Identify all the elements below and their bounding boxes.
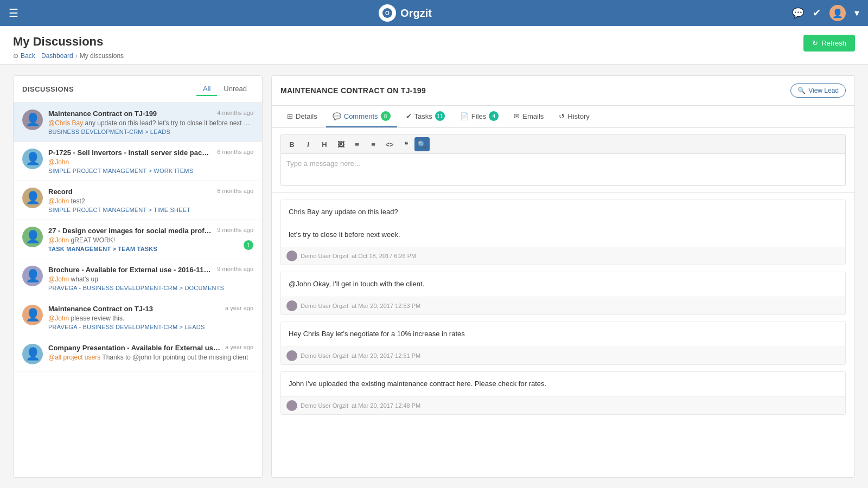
discussion-body: Maintenance Contract on TJ-199 4 months … xyxy=(48,110,253,135)
tab-details[interactable]: ⊞ Details xyxy=(280,107,324,127)
discussion-path: PRAVEGA - BUSINESS DEVELOPMENT-CRM > LEA… xyxy=(48,324,253,330)
tasks-count-badge: 11 xyxy=(435,111,445,121)
discussion-path: BUSINESS DEVELOPMENT-CRM > LEADS xyxy=(48,129,253,135)
discussion-preview: @John xyxy=(48,158,253,166)
email-icon: ✉ xyxy=(514,112,520,120)
editor-placeholder: Type a message here... xyxy=(286,159,360,168)
file-icon: 📄 xyxy=(460,112,469,120)
tasks-icon[interactable]: ✔ xyxy=(813,7,821,19)
hamburger-menu[interactable]: ☰ xyxy=(9,7,18,20)
mention: @John xyxy=(48,158,69,166)
discussion-time: 9 months ago xyxy=(217,227,253,233)
detail-panel: MAINTENANCE CONTRACT ON TJ-199 🔍 View Le… xyxy=(271,75,855,478)
top-navigation: ☰ O Orgzit 💬 ✔ 👤 ▾ xyxy=(0,0,868,26)
image-button[interactable]: 🖼 xyxy=(333,137,348,151)
files-count-badge: 4 xyxy=(489,111,499,121)
message-timestamp: at Mar 20, 2017 12:48 PM xyxy=(352,402,420,409)
unread-badge: 1 xyxy=(244,240,253,250)
message-avatar xyxy=(286,400,297,411)
search-button[interactable]: 🔍 xyxy=(414,137,430,151)
message-author: Demo User Orgzit xyxy=(301,402,348,409)
message-input[interactable]: Type a message here... xyxy=(280,153,846,186)
mention: @John xyxy=(48,197,69,205)
page-title: My Discussions xyxy=(13,35,124,49)
history-icon: ↺ xyxy=(559,112,565,120)
message-author: Demo User Orgzit xyxy=(301,253,348,259)
avatar: 👤 xyxy=(22,149,43,169)
list-item[interactable]: 👤 Maintenance Contract on TJ-199 4 month… xyxy=(14,103,262,142)
discussion-body: Maintenance Contract on TJ-13 a year ago… xyxy=(48,305,253,330)
heading-button[interactable]: H xyxy=(317,137,332,151)
list-item[interactable]: 👤 Record 8 months ago @John test2 SIMPLE… xyxy=(14,181,262,220)
discussion-body: 27 - Design cover images for social medi… xyxy=(48,227,253,252)
user-avatar[interactable]: 👤 xyxy=(829,5,846,21)
view-lead-button[interactable]: 🔍 View Lead xyxy=(790,84,846,98)
comments-count-badge: 8 xyxy=(381,111,391,121)
discussion-path: TASK MANAGEMENT > TEAM TASKS xyxy=(48,246,253,252)
discussions-title: DISCUSSIONS xyxy=(22,85,74,93)
discussion-body: Record 8 months ago @John test2 SIMPLE P… xyxy=(48,188,253,213)
tab-history[interactable]: ↺ History xyxy=(552,107,596,127)
refresh-icon: ↻ xyxy=(812,39,818,47)
main-content: DISCUSSIONS All Unread 👤 Maintenance Con… xyxy=(0,65,868,488)
comment-icon: 💬 xyxy=(333,112,341,120)
tab-emails[interactable]: ✉ Emails xyxy=(507,107,550,127)
list-item[interactable]: 👤 P-1725 - Sell Invertors - Install serv… xyxy=(14,142,262,181)
bold-button[interactable]: B xyxy=(284,137,299,151)
list-item[interactable]: 👤 Brochure - Available for External use … xyxy=(14,259,262,298)
list-item[interactable]: 👤 Company Presentation - Available for E… xyxy=(14,337,262,371)
message-timestamp: at Mar 20, 2017 12:51 PM xyxy=(352,352,420,359)
mention: @John xyxy=(48,275,69,283)
mention: @Chris Bay xyxy=(48,119,83,127)
message-text: Chris Bay any update on this lead? let's… xyxy=(281,200,845,247)
message-text: @John Okay, I'll get in touch with the c… xyxy=(281,272,845,297)
discussion-time: 4 months ago xyxy=(217,110,253,116)
unordered-list-button[interactable]: ≡ xyxy=(366,137,381,151)
tab-unread[interactable]: Unread xyxy=(217,82,253,96)
discussion-time: a year ago xyxy=(225,344,253,350)
discussion-body: Company Presentation - Available for Ext… xyxy=(48,344,253,364)
discussion-preview: @John gREAT WORK! xyxy=(48,236,253,244)
chat-icon[interactable]: 💬 xyxy=(792,7,804,19)
breadcrumb-dashboard[interactable]: Dashboard xyxy=(41,52,73,60)
app-logo-area: O Orgzit xyxy=(379,4,432,22)
discussion-preview: @Chris Bay any update on this lead? let'… xyxy=(48,119,253,127)
list-item[interactable]: 👤 27 - Design cover images for social me… xyxy=(14,220,262,259)
tab-comments[interactable]: 💬 Comments 8 xyxy=(326,106,397,127)
app-logo: O xyxy=(379,4,396,22)
message-footer: Demo User Orgzit at Mar 20, 2017 12:48 P… xyxy=(281,396,845,414)
discussions-list: 👤 Maintenance Contract on TJ-199 4 month… xyxy=(14,103,262,477)
avatar: 👤 xyxy=(22,188,43,208)
detail-title: MAINTENANCE CONTRACT ON TJ-199 xyxy=(280,86,426,95)
code-button[interactable]: <> xyxy=(382,137,397,151)
discussion-preview: @John please review this. xyxy=(48,314,253,322)
discussion-time: 9 months ago xyxy=(217,266,253,272)
tab-tasks[interactable]: ✔ Tasks 11 xyxy=(399,106,451,127)
refresh-button[interactable]: ↻ Refresh xyxy=(803,35,855,52)
message-block: Chris Bay any update on this lead? let's… xyxy=(280,200,846,265)
quote-button[interactable]: ❝ xyxy=(398,137,413,151)
avatar: 👤 xyxy=(22,266,43,286)
message-footer: Demo User Orgzit at Mar 20, 2017 12:51 P… xyxy=(281,346,845,364)
page-header: My Discussions ⊙ Back Dashboard › My dis… xyxy=(0,26,868,65)
detail-tabs: ⊞ Details 💬 Comments 8 ✔ Tasks 11 📄 File… xyxy=(272,106,854,128)
discussion-name: Maintenance Contract on TJ-13 xyxy=(48,305,221,313)
breadcrumb-back[interactable]: Back xyxy=(21,52,35,60)
tab-files[interactable]: 📄 Files 4 xyxy=(454,106,505,127)
page-header-left: My Discussions ⊙ Back Dashboard › My dis… xyxy=(13,35,124,60)
search-icon: 🔍 xyxy=(797,87,806,94)
message-footer: Demo User Orgzit at Oct 18, 2017 6:26 PM xyxy=(281,247,845,265)
tab-all[interactable]: All xyxy=(196,82,217,96)
message-author: Demo User Orgzit xyxy=(301,352,348,359)
breadcrumb: ⊙ Back Dashboard › My discussions xyxy=(13,52,124,60)
chevron-down-icon[interactable]: ▾ xyxy=(854,7,859,19)
message-avatar xyxy=(286,251,297,261)
list-item[interactable]: 👤 Maintenance Contract on TJ-13 a year a… xyxy=(14,298,262,337)
mention: @John xyxy=(48,236,69,244)
discussions-panel: DISCUSSIONS All Unread 👤 Maintenance Con… xyxy=(13,75,263,478)
italic-button[interactable]: I xyxy=(301,137,316,151)
discussion-path: SIMPLE PROJECT MANAGEMENT > WORK ITEMS xyxy=(48,168,253,174)
message-timestamp: at Mar 20, 2017 12:53 PM xyxy=(352,303,420,309)
discussion-body: Brochure - Available for External use - … xyxy=(48,266,253,291)
ordered-list-button[interactable]: ≡ xyxy=(349,137,365,151)
